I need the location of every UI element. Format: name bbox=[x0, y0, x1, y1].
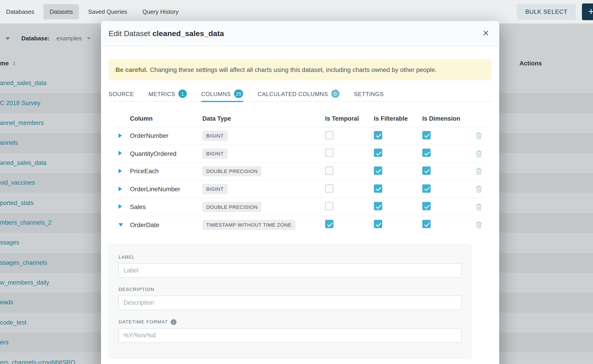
filterable-checkbox[interactable] bbox=[374, 184, 382, 193]
label-field-label: LABEL bbox=[119, 254, 461, 260]
chevron-down-icon[interactable] bbox=[5, 37, 10, 40]
filterable-checkbox[interactable] bbox=[374, 220, 382, 228]
delete-column-button[interactable] bbox=[472, 132, 486, 140]
header-column: Column bbox=[130, 115, 202, 122]
column-row: OrderDate TIMESTAMP WITHOUT TIME ZONE bbox=[115, 216, 485, 234]
datetime-format-input[interactable] bbox=[119, 328, 461, 343]
data-type-pill: TIMESTAMP WITHOUT TIME ZONE bbox=[202, 220, 295, 230]
data-type-pill: BIGINT bbox=[202, 184, 227, 195]
tab-metrics[interactable]: METRICS1 bbox=[148, 86, 187, 102]
sort-icon[interactable] bbox=[13, 61, 16, 66]
expand-caret-icon[interactable] bbox=[119, 223, 123, 227]
delete-column-button[interactable] bbox=[472, 168, 486, 175]
warning-banner: Be careful. Changing these settings will… bbox=[109, 59, 491, 80]
column-detail-panel: LABEL DESCRIPTION DATETIME FORMAT i bbox=[109, 244, 471, 358]
column-name: PriceEach bbox=[130, 168, 202, 175]
modal-header: Edit Datasetcleaned_sales_data ✕ bbox=[101, 21, 499, 46]
column-row: OrderLineNumber BIGINT bbox=[115, 180, 485, 198]
tab-badge: 25 bbox=[234, 90, 243, 98]
close-icon[interactable]: ✕ bbox=[482, 29, 489, 38]
description-field-label: DESCRIPTION bbox=[119, 287, 461, 292]
name-column-header[interactable]: me bbox=[0, 60, 9, 67]
edit-dataset-modal: Edit Datasetcleaned_sales_data ✕ Be care… bbox=[101, 21, 499, 364]
header-is-temporal: Is Temporal bbox=[325, 115, 374, 122]
warning-bold-text: Be careful. bbox=[116, 66, 148, 73]
temporal-checkbox[interactable] bbox=[325, 149, 334, 157]
data-type-pill: BIGINT bbox=[202, 131, 227, 141]
delete-column-button[interactable] bbox=[472, 221, 486, 228]
filterable-checkbox[interactable] bbox=[374, 131, 382, 139]
modal-title-prefix: Edit Dataset bbox=[109, 29, 150, 38]
delete-column-button[interactable] bbox=[472, 186, 486, 193]
expand-caret-icon[interactable] bbox=[119, 187, 122, 191]
expand-caret-icon[interactable] bbox=[119, 133, 122, 138]
column-row: QuantityOrdered BIGINT bbox=[115, 145, 485, 163]
dimension-checkbox[interactable] bbox=[422, 149, 430, 157]
data-type-pill: DOUBLE PRECISION bbox=[202, 202, 262, 212]
expand-caret-icon[interactable] bbox=[119, 169, 122, 173]
column-name: QuantityOrdered bbox=[130, 150, 202, 157]
modal-tabs: SOURCE METRICS1 COLUMNS25 CALCULATED COL… bbox=[109, 86, 491, 102]
columns-table-header: Column Data Type Is Temporal Is Filterab… bbox=[115, 110, 485, 127]
bulk-select-button[interactable]: BULK SELECT bbox=[517, 4, 576, 20]
temporal-checkbox[interactable] bbox=[325, 184, 334, 193]
column-row: Sales DOUBLE PRECISION bbox=[115, 198, 485, 216]
column-name: Sales bbox=[130, 203, 202, 210]
tab-calculated-columns[interactable]: CALCULATED COLUMNS0 bbox=[258, 86, 339, 102]
label-input[interactable] bbox=[119, 263, 461, 277]
tab-columns[interactable]: COLUMNS25 bbox=[201, 86, 243, 102]
filterable-checkbox[interactable] bbox=[374, 202, 382, 210]
warning-text: Changing these settings will affect all … bbox=[150, 66, 437, 73]
temporal-checkbox[interactable] bbox=[325, 202, 334, 210]
data-type-pill: BIGINT bbox=[202, 149, 227, 159]
column-name: OrderDate bbox=[130, 221, 202, 228]
filterable-checkbox[interactable] bbox=[374, 166, 382, 175]
tab-badge: 0 bbox=[331, 90, 339, 98]
database-filter-value[interactable]: examples bbox=[56, 35, 82, 42]
header-is-dimension: Is Dimension bbox=[422, 115, 472, 122]
temporal-checkbox[interactable] bbox=[325, 220, 334, 228]
actions-column-header: Actions bbox=[520, 60, 542, 67]
columns-table: Column Data Type Is Temporal Is Filterab… bbox=[115, 110, 485, 234]
info-icon: i bbox=[171, 319, 176, 325]
dimension-checkbox[interactable] bbox=[422, 131, 430, 139]
data-type-pill: DOUBLE PRECISION bbox=[202, 166, 262, 177]
delete-column-button[interactable] bbox=[472, 203, 486, 210]
dimension-checkbox[interactable] bbox=[422, 166, 430, 175]
database-filter-label: Database: bbox=[21, 35, 50, 42]
screen: Databases Datasets Saved Queries Query H… bbox=[0, 0, 593, 364]
header-is-filterable: Is Filterable bbox=[374, 115, 422, 122]
modal-title: Edit Datasetcleaned_sales_data bbox=[109, 29, 224, 38]
header-data-type: Data Type bbox=[202, 115, 325, 122]
datetime-format-field-label: DATETIME FORMAT i bbox=[119, 319, 461, 325]
delete-column-button[interactable] bbox=[472, 150, 486, 157]
column-row: OrderNumber BIGINT bbox=[115, 127, 485, 145]
column-name: OrderNumber bbox=[130, 132, 202, 140]
nav-item-query-history[interactable]: Query History bbox=[136, 4, 184, 20]
tab-source[interactable]: SOURCE bbox=[109, 86, 134, 102]
tab-badge: 1 bbox=[178, 90, 187, 98]
expand-caret-icon[interactable] bbox=[119, 204, 122, 209]
dimension-checkbox[interactable] bbox=[422, 220, 430, 228]
top-nav: Databases Datasets Saved Queries Query H… bbox=[0, 0, 593, 24]
dimension-checkbox[interactable] bbox=[422, 184, 430, 193]
expand-caret-icon[interactable] bbox=[119, 151, 122, 155]
column-name: OrderLineNumber bbox=[130, 186, 202, 193]
temporal-checkbox[interactable] bbox=[325, 131, 334, 139]
nav-item-databases[interactable]: Databases bbox=[0, 4, 40, 20]
nav-item-saved-queries[interactable]: Saved Queries bbox=[82, 4, 133, 20]
add-dataset-button[interactable]: + bbox=[582, 3, 593, 20]
column-row: PriceEach DOUBLE PRECISION bbox=[115, 162, 485, 180]
tab-settings[interactable]: SETTINGS bbox=[354, 86, 384, 102]
nav-item-datasets[interactable]: Datasets bbox=[44, 4, 79, 20]
modal-title-dataset: cleaned_sales_data bbox=[152, 29, 224, 38]
chevron-down-icon[interactable] bbox=[87, 38, 91, 40]
description-input[interactable] bbox=[119, 295, 461, 310]
modal-body: Be careful. Changing these settings will… bbox=[101, 59, 499, 364]
dimension-checkbox[interactable] bbox=[422, 202, 430, 210]
filterable-checkbox[interactable] bbox=[374, 149, 382, 157]
nav-right-actions: BULK SELECT + bbox=[517, 3, 593, 20]
temporal-checkbox[interactable] bbox=[325, 166, 334, 175]
